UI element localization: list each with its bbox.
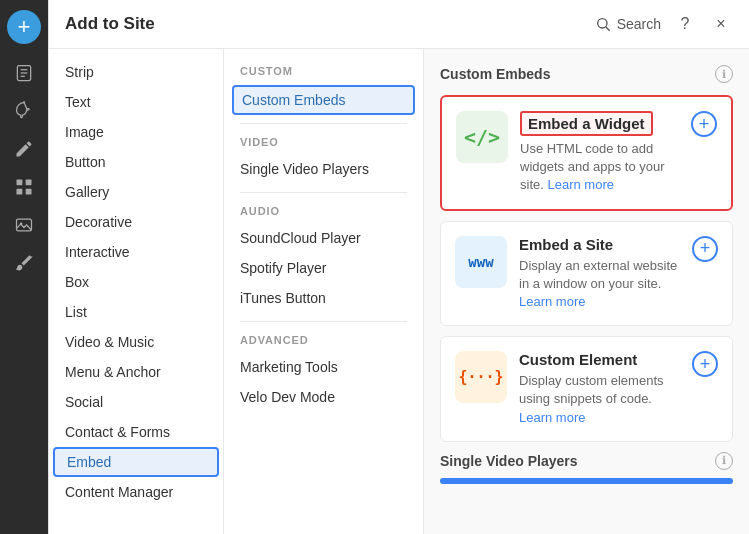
panel-header: Add to Site Search ? ×: [49, 0, 749, 49]
svg-line-11: [606, 27, 610, 31]
svg-rect-7: [26, 189, 32, 195]
sidebar-item-strip[interactable]: Strip: [49, 57, 223, 87]
custom-element-info: Custom Element Display custom elements u…: [519, 351, 680, 427]
grid-icon[interactable]: [7, 170, 41, 204]
main-panel: Add to Site Search ? × Strip Text Im: [48, 0, 749, 534]
sidebar-item-decorative[interactable]: Decorative: [49, 207, 223, 237]
sidebar-item-video-music[interactable]: Video & Music: [49, 327, 223, 357]
middle-item-marketing[interactable]: Marketing Tools: [224, 352, 423, 382]
middle-item-single-video[interactable]: Single Video Players: [224, 154, 423, 184]
custom-embeds-title: Custom Embeds: [440, 66, 550, 82]
page-icon[interactable]: [7, 56, 41, 90]
embed-site-add-button[interactable]: +: [692, 236, 718, 262]
sidebar-item-box[interactable]: Box: [49, 267, 223, 297]
svg-point-10: [597, 19, 606, 28]
middle-item-itunes[interactable]: iTunes Button: [224, 283, 423, 313]
svg-rect-4: [17, 180, 23, 186]
embed-widget-card: </> Embed a Widget Use HTML code to add …: [440, 95, 733, 211]
section-label-audio: AUDIO: [224, 201, 423, 223]
single-video-title: Single Video Players: [440, 453, 577, 469]
middle-item-velo[interactable]: Velo Dev Mode: [224, 382, 423, 412]
custom-element-name: Custom Element: [519, 351, 680, 368]
sidebar-item-content-manager[interactable]: Content Manager: [49, 477, 223, 507]
embed-site-learn-more[interactable]: Learn more: [519, 294, 585, 309]
divider-3: [240, 321, 407, 322]
image-icon[interactable]: [7, 208, 41, 242]
middle-item-spotify[interactable]: Spotify Player: [224, 253, 423, 283]
sidebar-item-contact-forms[interactable]: Contact & Forms: [49, 417, 223, 447]
sidebar-item-gallery[interactable]: Gallery: [49, 177, 223, 207]
embed-widget-name: Embed a Widget: [520, 111, 653, 136]
embed-site-name: Embed a Site: [519, 236, 680, 253]
single-video-bar: [440, 478, 733, 484]
section-label-advanced: ADVANCED: [224, 330, 423, 352]
custom-element-add-button[interactable]: +: [692, 351, 718, 377]
divider-2: [240, 192, 407, 193]
left-toolbar: +: [0, 0, 48, 534]
right-column: Custom Embeds ℹ </> Embed a Widget Use H…: [424, 49, 749, 534]
middle-item-soundcloud[interactable]: SoundCloud Player: [224, 223, 423, 253]
custom-element-card: {···} Custom Element Display custom elem…: [440, 336, 733, 442]
sidebar-item-embed[interactable]: Embed: [53, 447, 219, 477]
help-button[interactable]: ?: [673, 12, 697, 36]
close-button[interactable]: ×: [709, 12, 733, 36]
sidebar-item-list[interactable]: List: [49, 297, 223, 327]
paint-icon[interactable]: [7, 94, 41, 128]
embed-site-card: www Embed a Site Display an external web…: [440, 221, 733, 327]
sidebar-item-text[interactable]: Text: [49, 87, 223, 117]
single-video-section-header: Single Video Players ℹ: [440, 452, 733, 470]
search-label: Search: [617, 16, 661, 32]
middle-item-custom-embeds[interactable]: Custom Embeds: [232, 85, 415, 115]
custom-element-icon: {···}: [455, 351, 507, 403]
embed-widget-learn-more[interactable]: Learn more: [547, 177, 613, 192]
content-area: Strip Text Image Button Gallery Decorati…: [49, 49, 749, 534]
embed-widget-add-button[interactable]: +: [691, 111, 717, 137]
embed-widget-info: Embed a Widget Use HTML code to add widg…: [520, 111, 679, 195]
custom-element-learn-more[interactable]: Learn more: [519, 410, 585, 425]
sidebar-item-image[interactable]: Image: [49, 117, 223, 147]
single-video-info-icon[interactable]: ℹ: [715, 452, 733, 470]
embed-site-info: Embed a Site Display an external website…: [519, 236, 680, 312]
header-actions: Search ? ×: [595, 12, 733, 36]
svg-rect-6: [17, 189, 23, 195]
divider-1: [240, 123, 407, 124]
panel-title: Add to Site: [65, 14, 155, 34]
sidebar-item-button[interactable]: Button: [49, 147, 223, 177]
brush-icon[interactable]: [7, 246, 41, 280]
section-label-video: VIDEO: [224, 132, 423, 154]
section-label-custom: CUSTOM: [224, 61, 423, 83]
embed-site-desc: Display an external website in a window …: [519, 257, 680, 312]
sidebar-item-menu-anchor[interactable]: Menu & Anchor: [49, 357, 223, 387]
svg-rect-8: [17, 219, 32, 231]
sidebar-item-interactive[interactable]: Interactive: [49, 237, 223, 267]
middle-column: CUSTOM Custom Embeds VIDEO Single Video …: [224, 49, 424, 534]
embed-widget-desc: Use HTML code to add widgets and apps to…: [520, 140, 679, 195]
svg-rect-5: [26, 180, 32, 186]
search-button[interactable]: Search: [595, 16, 661, 32]
embed-site-icon: www: [455, 236, 507, 288]
edit-icon[interactable]: [7, 132, 41, 166]
custom-embeds-info-icon[interactable]: ℹ: [715, 65, 733, 83]
sidebar-nav: Strip Text Image Button Gallery Decorati…: [49, 49, 224, 534]
sidebar-item-social[interactable]: Social: [49, 387, 223, 417]
add-button[interactable]: +: [7, 10, 41, 44]
custom-embeds-section-header: Custom Embeds ℹ: [440, 65, 733, 83]
embed-widget-icon: </>: [456, 111, 508, 163]
custom-element-desc: Display custom elements using snippets o…: [519, 372, 680, 427]
